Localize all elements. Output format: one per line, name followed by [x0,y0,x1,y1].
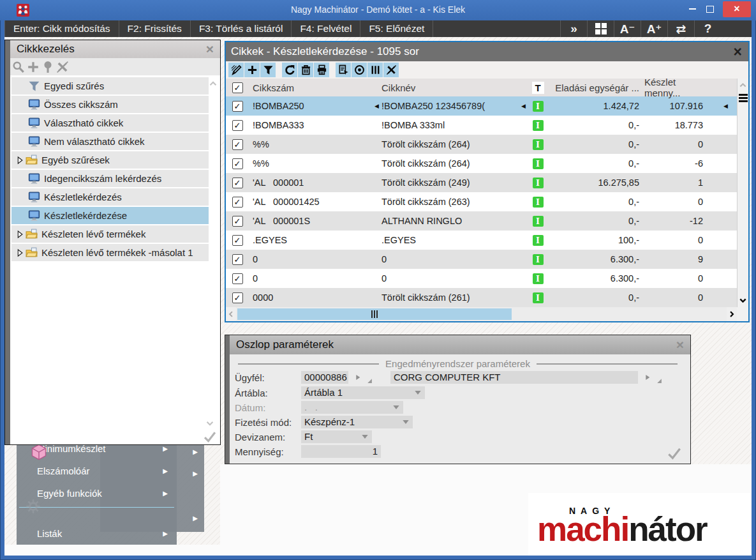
checkbox-icon[interactable]: ✓ [232,101,243,112]
font-increase-button[interactable]: A⁺ [641,20,667,37]
sidebar-item[interactable]: Választható cikkek [11,114,209,132]
minimize-button[interactable] [685,0,700,18]
column-header-t[interactable]: T [528,79,547,96]
checkbox-icon[interactable]: ✓ [232,235,243,246]
sidebar-item[interactable]: Egyéb szűrések [11,151,209,169]
lookup-arrow-icon[interactable] [354,374,362,381]
checkbox-icon[interactable]: ✓ [232,178,243,188]
tools-icon[interactable] [56,61,71,73]
table-row[interactable]: ✓'AL 000001Törölt cikkszám (249)I16.275,… [226,173,737,192]
horizontal-scrollbar[interactable] [226,307,748,321]
scroll-down-icon[interactable] [205,418,215,428]
table-row[interactable]: ✓'AL 000001425Törölt cikkszám (263)I0,-0 [226,192,737,211]
select-all-checkbox[interactable]: ✓ [232,82,243,93]
checkbox-icon[interactable]: ✓ [232,197,243,208]
search-icon[interactable] [12,61,27,73]
table-row[interactable]: ✓!BOMBA250◀!BOMBA250 123456789(◀I1.424,7… [226,96,737,116]
close-button[interactable]: × [723,1,751,17]
delete-button[interactable] [298,63,313,77]
expand-arrow-icon[interactable] [15,155,24,165]
checkbox-icon[interactable]: ✓ [232,254,243,265]
edit-button[interactable] [228,63,244,77]
font-decrease-button[interactable]: A⁻ [614,20,641,37]
table-row[interactable]: ✓'AL 000001SALTHANN RINGLOI0,--12 [226,211,737,231]
resize-corner-icon[interactable] [656,377,662,384]
vertical-scrollbar[interactable] [737,79,748,307]
submenu-arrow-icon[interactable]: ▶ [193,448,198,455]
column-header-cikkszam[interactable]: Cikkszám [249,79,382,96]
scrollbar-track[interactable] [236,307,727,321]
maximize-button[interactable] [702,0,718,18]
checkbox-icon[interactable]: ✓ [232,120,243,131]
menu-item[interactable]: Elszámolóár▶ [17,460,177,482]
sidebar-item[interactable]: Egyedi szűrés [11,77,209,95]
sidebar-close-button[interactable]: × [200,41,220,57]
table-row[interactable]: ✓0000Törölt cikkszám (261)I0,-0 [226,288,737,307]
add-icon[interactable] [27,61,41,73]
sidebar-item[interactable]: Készletlekérdezés [11,188,209,206]
help-button[interactable]: ? [694,20,721,37]
checkbox-icon[interactable]: ✓ [232,273,243,284]
sidebar-item[interactable]: Idegencikkszám lekérdezés [11,170,209,187]
sidebar-item[interactable]: Készleten lévő termékek -másolat 1 [11,244,209,261]
checkbox-icon[interactable]: ✓ [232,158,243,169]
scrollbar-thumb[interactable] [739,94,748,96]
command-button[interactable]: F2: Frissítés [119,20,191,37]
dropdown-field[interactable]: Ártábla 1 [301,386,425,399]
resize-corner-icon[interactable] [366,377,373,384]
view-button[interactable] [352,63,367,77]
scroll-up-icon[interactable] [208,79,218,89]
sidebar-item[interactable]: Készletlekérdezése [11,207,209,224]
main-panel-close-button[interactable]: × [727,43,748,61]
table-row[interactable]: ✓!BOMBA333!BOMBA 333mlI0,-18.773 [226,116,737,135]
checkbox-icon[interactable]: ✓ [232,139,243,150]
scrollbar-thumb[interactable] [237,308,512,320]
number-input[interactable]: 1 [301,445,381,458]
checkbox-icon[interactable]: ✓ [232,216,243,227]
scroll-right-icon[interactable] [727,307,737,321]
dialog-close-button[interactable]: × [670,337,690,352]
filter-button[interactable] [260,63,276,77]
submenu-arrow-icon[interactable]: ▶ [193,470,198,477]
command-button[interactable]: F4: Felvétel [292,20,360,37]
document-button[interactable] [336,63,351,77]
checkbox-icon[interactable]: ✓ [232,292,243,303]
scroll-down-icon[interactable] [738,296,748,305]
expand-arrow-icon[interactable] [15,229,24,239]
table-row[interactable]: ✓00I6.300,-0 [226,269,737,288]
expand-arrow-icon[interactable] [15,248,24,258]
dialog-confirm-icon[interactable] [666,446,683,461]
column-header-qty[interactable]: Készlet menny... [644,79,708,96]
sidebar-item[interactable]: Készleten lévő termékek [11,225,209,243]
add-button[interactable] [244,63,260,77]
columns-button[interactable] [367,63,383,77]
lookup-arrow-icon[interactable] [644,374,651,381]
submenu-arrow-icon[interactable]: ▶ [193,515,198,522]
column-header-price[interactable]: Eladási egységár ... [547,79,644,96]
expand-chevrons-button[interactable]: » [560,20,587,37]
scroll-left-icon[interactable] [226,307,236,321]
dropdown-field[interactable]: Készpénz-1 [301,416,413,428]
confirm-check-icon[interactable] [202,430,218,444]
dropdown-field[interactable]: Ft [301,430,372,443]
sidebar-item[interactable]: Nem választható cikkek [11,133,209,150]
tools-button[interactable] [383,63,399,77]
command-button[interactable]: F3: Törlés a listáról [191,20,292,37]
command-button[interactable]: Enter: Cikk módosítás [4,20,119,37]
lookup-code-input[interactable]: 00000886 [301,371,348,384]
swap-arrows-button[interactable]: ⇄ [667,20,694,37]
menu-item[interactable]: Listák▶ [17,522,177,545]
command-button[interactable]: F5: Előnézet [360,20,433,37]
table-row[interactable]: ✓00I6.300,-9 [226,250,737,269]
dropdown-field[interactable]: . . [301,401,403,414]
tree-icon[interactable] [41,61,56,73]
column-header-cikknev[interactable]: Cikknév [382,79,528,96]
table-row[interactable]: ✓%%Törölt cikkszám (264)I0,-0 [226,135,737,154]
scroll-up-icon[interactable] [738,80,748,90]
table-row[interactable]: ✓%%Törölt cikkszám (264)I0,--6 [226,154,737,173]
print-button[interactable] [314,63,329,77]
refresh-button[interactable] [282,63,297,77]
grid-view-button[interactable] [587,20,614,37]
lookup-name-input[interactable]: CORG COMPUTER KFT [390,371,638,384]
table-row[interactable]: ✓.EGYES.EGYESI100,-0 [226,231,737,250]
